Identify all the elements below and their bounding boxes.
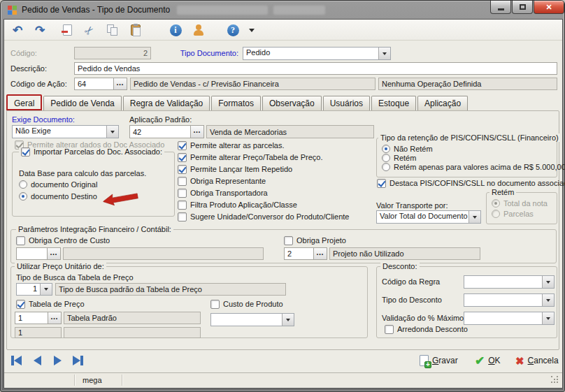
remove-document-button[interactable] — [59, 22, 75, 38]
checkbox-box[interactable] — [178, 165, 187, 174]
chevron-down-icon[interactable] — [282, 314, 294, 326]
obriga-representante-checkbox[interactable]: Obriga Representante — [178, 177, 266, 186]
undo-button[interactable]: ↶ — [10, 22, 25, 38]
permite-alterar-preco-checkbox[interactable]: Permite alterar Preço/Tabela de Preço. — [178, 153, 323, 162]
nav-previous-button[interactable] — [34, 354, 41, 367]
lookup-button[interactable]: … — [47, 248, 60, 259]
exige-documento-select[interactable]: Não Exige — [12, 125, 119, 138]
checkbox-box[interactable] — [21, 147, 30, 157]
radio-circle[interactable] — [382, 145, 390, 153]
radio-circle[interactable] — [382, 163, 390, 171]
checkbox-box[interactable] — [178, 201, 187, 210]
tabela-preco-checkbox[interactable]: Tabela de Preço — [16, 300, 85, 309]
checkbox-box[interactable] — [178, 189, 187, 198]
help-dropdown-button[interactable] — [247, 22, 257, 38]
tab-geral[interactable]: Geral — [6, 94, 42, 110]
chevron-down-icon[interactable] — [542, 312, 554, 324]
arredonda-desconto-checkbox[interactable]: Arredonda Desconto — [385, 325, 468, 334]
radio-documento-original[interactable]: documento Original — [19, 180, 97, 189]
gravar-button[interactable]: + Gravar — [420, 353, 458, 368]
tab-pedido-de-venda[interactable]: Pedido de Venda — [43, 96, 121, 110]
destaca-pis-checkbox[interactable]: Destaca PIS/COFINS/CSLL no documento ass… — [377, 179, 565, 188]
tab-formatos[interactable]: Formatos — [211, 96, 261, 110]
cancela-button[interactable]: ✖ Cancela — [515, 353, 559, 368]
obriga-transportadora-checkbox[interactable]: Obriga Transportadora — [178, 189, 268, 198]
tab-usuarios[interactable]: Usuários — [323, 96, 370, 110]
copy-icon — [107, 24, 118, 36]
tabela-preco-input[interactable]: 1 … — [15, 312, 62, 324]
nav-next-button[interactable] — [54, 354, 62, 367]
codigo-acao-input[interactable]: 64 … — [74, 78, 127, 90]
sugere-unidade-checkbox[interactable]: Sugere Unidade/Conversor do Produto/Clie… — [178, 212, 349, 222]
checkbox-box[interactable] — [178, 153, 187, 162]
centro-custo-input[interactable]: … — [16, 247, 61, 260]
aplicacao-padrao-input[interactable]: 42 … — [129, 125, 204, 138]
importar-parcelas-checkbox[interactable]: Importar Parcelas do Doc. Associado: — [19, 147, 164, 157]
obriga-centro-custo-checkbox[interactable]: Obriga Centro de Custo — [16, 236, 110, 245]
radio-documento-destino[interactable]: documento Destino — [19, 192, 97, 201]
nav-first-button[interactable] — [11, 354, 22, 367]
tab-estoque[interactable]: Estoque — [371, 96, 416, 110]
permite-alterar-parcelas-checkbox[interactable]: Permite alterar as parcelas. — [178, 141, 285, 150]
chevron-down-icon[interactable] — [469, 211, 480, 223]
projeto-input[interactable]: 2 … — [284, 247, 327, 260]
permite-lancar-item-checkbox[interactable]: Permite Lançar Item Repetido — [178, 165, 292, 174]
custo-produto-checkbox[interactable]: Custo de Produto — [210, 300, 283, 309]
lookup-button[interactable]: … — [48, 312, 61, 324]
checkbox-box[interactable] — [16, 236, 25, 245]
minimize-button[interactable] — [490, 1, 511, 14]
desconto-group-title: Desconto: — [380, 262, 420, 270]
radio-retem[interactable]: Retém — [382, 154, 416, 162]
paste-button[interactable] — [128, 22, 143, 38]
custo-produto-select[interactable] — [210, 313, 294, 326]
obriga-projeto-checkbox[interactable]: Obriga Projeto — [284, 236, 346, 245]
tipo-busca-select[interactable]: 1 — [16, 283, 52, 296]
nav-last-button[interactable] — [73, 354, 83, 367]
codigo-regra-select[interactable] — [464, 275, 555, 289]
tab-aplicacao[interactable]: Aplicação — [417, 96, 468, 110]
close-button[interactable]: ✕ — [534, 1, 564, 14]
redo-button[interactable]: ↷ — [32, 22, 48, 38]
chevron-down-icon[interactable] — [106, 126, 118, 138]
ok-button[interactable]: ✔ OK — [475, 353, 501, 368]
maximize-button[interactable] — [512, 1, 533, 14]
radio-nao-retem[interactable]: Não Retém — [382, 145, 433, 153]
lookup-button[interactable]: … — [113, 78, 127, 89]
descricao-input[interactable]: Pedido de Vendas — [74, 62, 557, 75]
valor-transporte-label: Valor Transporte por: — [376, 201, 448, 210]
checkbox-box[interactable] — [210, 300, 220, 309]
checkbox-box[interactable] — [16, 300, 25, 309]
radio-retem-acima[interactable]: Retém apenas para valores acima de R$ 5.… — [382, 163, 565, 171]
info-button[interactable]: i — [168, 22, 183, 38]
title-bar[interactable]: Pedido de Vendas - Tipo de Documento ✕ — [1, 1, 564, 19]
tab-regra-de-validacao[interactable]: Regra de Validação — [123, 96, 210, 110]
checkbox-box[interactable] — [178, 177, 187, 186]
lookup-button[interactable]: … — [190, 126, 203, 138]
tipo-desconto-select[interactable] — [464, 293, 555, 307]
checkbox-box[interactable] — [178, 141, 187, 150]
radio-circle[interactable] — [19, 180, 27, 189]
chevron-down-icon[interactable] — [542, 294, 554, 306]
radio-circle[interactable] — [19, 192, 27, 201]
tab-observacao[interactable]: Observação — [262, 96, 322, 110]
resize-grip[interactable] — [551, 376, 559, 384]
lookup-button[interactable]: … — [313, 248, 327, 259]
chevron-down-icon[interactable] — [40, 284, 52, 295]
valor-transporte-select[interactable]: Valor Total do Documento — [376, 210, 481, 224]
help-button[interactable]: ? — [225, 22, 241, 38]
cut-icon: ✂ — [82, 22, 98, 38]
checkbox-box[interactable] — [385, 325, 394, 334]
chevron-down-icon[interactable] — [378, 48, 390, 59]
parametros-group-title: Parâmetros Integração Financeiro / Contá… — [16, 225, 173, 233]
cut-button[interactable]: ✂ — [82, 22, 97, 38]
user-button[interactable] — [191, 22, 206, 38]
checkbox-box[interactable] — [377, 179, 386, 188]
checkbox-box[interactable] — [284, 236, 293, 245]
copy-button[interactable] — [105, 22, 120, 38]
chevron-down-icon[interactable] — [542, 276, 554, 288]
validacao-maximo-select[interactable] — [464, 312, 555, 325]
filtra-produto-checkbox[interactable]: Filtra Produto Aplicação/Classe — [178, 201, 297, 210]
checkbox-box[interactable] — [178, 212, 187, 222]
tipo-documento-select[interactable]: Pedido — [243, 47, 391, 60]
radio-circle[interactable] — [382, 154, 390, 162]
